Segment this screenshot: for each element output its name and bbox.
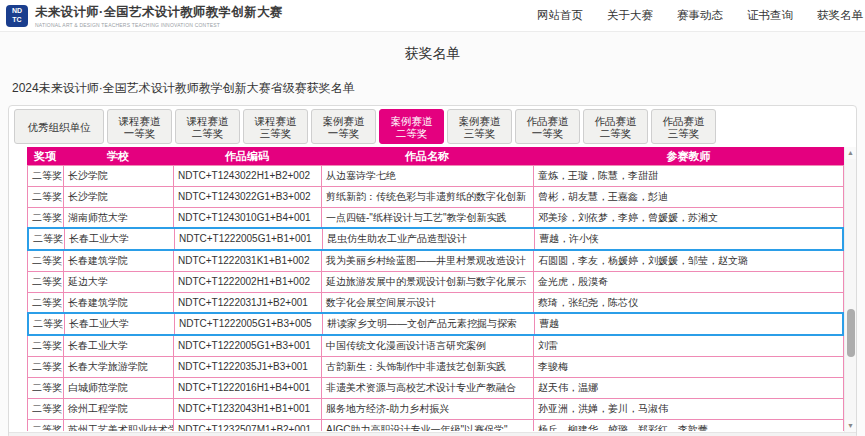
tab-label-line1: 作品赛道 <box>595 115 637 127</box>
tab-label-line1: 作品赛道 <box>527 115 569 127</box>
tab-label-line2: 一等奖 <box>328 127 360 139</box>
column-header: 奖项 <box>27 149 63 164</box>
table-row[interactable]: 二等奖湖南师范大学NDTC+T1243010G1+B4+001一点四链-"纸样设… <box>27 207 844 229</box>
tab-作品赛道一等奖[interactable]: 作品赛道一等奖 <box>515 109 580 144</box>
table-row-highlighted[interactable]: 二等奖长春工业大学NDTC+T1222005G1+B3+005耕读家乡文明——文… <box>27 312 844 336</box>
code-cell: NDTC+T1222031K1+B1+002 <box>174 251 322 271</box>
title-cell: 剪纸新韵：传统色彩与非遗剪纸的数字化创新 <box>322 187 534 207</box>
award-cell: 二等奖 <box>28 378 64 398</box>
teachers-cell: 曹越 <box>535 314 842 334</box>
horizontal-scrollbar[interactable] <box>9 432 856 436</box>
teachers-cell: 童炼，王璇，陈慧，李甜甜 <box>534 166 843 186</box>
award-cell: 二等奖 <box>28 166 64 186</box>
table-row[interactable]: 二等奖延边大学NDTC+T1222002H1+B1+002延边旅游发展中的景观设… <box>27 271 844 293</box>
school-cell: 徐州工程学院 <box>64 399 174 419</box>
code-cell: NDTC+T1232507M1+B2+001 <box>174 420 322 431</box>
school-cell: 长春工业大学 <box>65 314 175 334</box>
table-row[interactable]: 二等奖白城师范学院NDTC+T1222016H1+B4+001非遗美术资源与高校… <box>27 377 844 399</box>
ncda-logo-icon[interactable]: ND TC <box>6 5 28 27</box>
column-header: 作品名称 <box>321 149 533 164</box>
award-cell: 二等奖 <box>28 251 64 271</box>
table-body: 二等奖长沙学院NDTC+T1243022H1+B2+002从边塞诗学七绝童炼，王… <box>27 165 844 431</box>
tab-label-line1: 案例赛道 <box>391 115 433 127</box>
title-cell: 耕读家乡文明——文创产品元素挖掘与探索 <box>323 314 535 334</box>
table-row[interactable]: 二等奖徐州工程学院NDTC+T1232043H1+B1+001服务地方经济-助力… <box>27 398 844 420</box>
school-cell: 长春大学旅游学院 <box>64 357 174 377</box>
title-cell: 一点四链-"纸样设计与工艺"教学创新实践 <box>322 208 534 228</box>
tab-优秀组织单位[interactable]: 优秀组织单位 <box>14 109 104 144</box>
tab-label-line1: 课程赛道 <box>255 115 297 127</box>
award-cell: 二等奖 <box>28 187 64 207</box>
tab-课程赛道三等奖[interactable]: 课程赛道三等奖 <box>243 109 308 144</box>
brand-block: 未来设计师·全国艺术设计教师教学创新大赛 NATIONAL ART & DESI… <box>35 4 283 28</box>
school-cell: 长沙学院 <box>64 187 174 207</box>
awards-panel: 优秀组织单位课程赛道一等奖课程赛道二等奖课程赛道三等奖案例赛道一等奖案例赛道二等… <box>8 105 857 436</box>
title-cell: 昆虫仿生助农工业产品造型设计 <box>323 229 535 249</box>
page-title: 获奖名单 <box>0 45 865 63</box>
table-row-highlighted[interactable]: 二等奖长春工业大学NDTC+T1222005G1+B1+001昆虫仿生助农工业产… <box>27 227 844 251</box>
awards-list-subtitle: 2024未来设计师·全国艺术设计教师教学创新大赛省级赛获奖名单 <box>12 80 865 97</box>
nav-item[interactable]: 证书查询 <box>747 8 793 23</box>
title-cell: 非遗美术资源与高校艺术设计专业产教融合 <box>322 378 534 398</box>
code-cell: NDTC+T1222002H1+B1+002 <box>174 272 322 292</box>
nav-item[interactable]: 关于大赛 <box>607 8 653 23</box>
vertical-scrollbar[interactable]: ▲ ▼ <box>844 147 856 432</box>
tab-label-line2: 一等奖 <box>124 127 156 139</box>
teachers-cell: 杨丘，柳建华，姣璐，郑彩红，李歆蕾 <box>534 420 843 431</box>
tab-案例赛道三等奖[interactable]: 案例赛道三等奖 <box>447 109 512 144</box>
teachers-cell: 赵天伟，温娜 <box>534 378 843 398</box>
tab-label-line2: 二等奖 <box>192 127 224 139</box>
table-row[interactable]: 二等奖长春工业大学NDTC+T1222005G1+B3+001中国传统文化漫画设… <box>27 335 844 357</box>
tab-label-line2: 二等奖 <box>396 127 428 139</box>
tab-label-line1: 案例赛道 <box>323 115 365 127</box>
nav-item[interactable]: 网站首页 <box>537 8 583 23</box>
table-row[interactable]: 二等奖长沙学院NDTC+T1243022H1+B2+002从边塞诗学七绝童炼，王… <box>27 165 844 187</box>
school-cell: 延边大学 <box>64 272 174 292</box>
table-header-row: 奖项学校作品编码作品名称参赛教师 <box>27 147 844 165</box>
tab-课程赛道二等奖[interactable]: 课程赛道二等奖 <box>175 109 240 144</box>
teachers-cell: 曾彬，胡友慧，王嘉鑫，彭迪 <box>534 187 843 207</box>
table-row[interactable]: 二等奖苏州工艺美术职业技术学院NDTC+T1232507M1+B2+001AIG… <box>27 419 844 431</box>
title-cell: AIGC助力高职设计专业一年级"以赛促学" <box>322 420 534 431</box>
scrollbar-thumb[interactable] <box>847 309 855 357</box>
column-header: 参赛教师 <box>533 149 844 164</box>
scroll-up-icon[interactable]: ▲ <box>847 147 854 159</box>
school-cell: 湖南师范大学 <box>64 208 174 228</box>
tab-作品赛道三等奖[interactable]: 作品赛道三等奖 <box>651 109 716 144</box>
teachers-cell: 李骏梅 <box>534 357 843 377</box>
nav-item[interactable]: 获奖名单 <box>817 8 863 23</box>
code-cell: NDTC+T1222031J1+B2+001 <box>174 293 322 313</box>
table-row[interactable]: 二等奖长沙学院NDTC+T1243022G1+B3+002剪纸新韵：传统色彩与非… <box>27 186 844 208</box>
table-row[interactable]: 二等奖长春建筑学院NDTC+T1222031K1+B1+002我为美丽乡村绘蓝图… <box>27 250 844 272</box>
tab-label-line1: 课程赛道 <box>187 115 229 127</box>
awards-table-area: 奖项学校作品编码作品名称参赛教师 二等奖长沙学院NDTC+T1243022H1+… <box>27 147 856 432</box>
scroll-down-icon[interactable]: ▼ <box>847 420 854 432</box>
code-cell: NDTC+T1243022H1+B2+002 <box>174 166 322 186</box>
tab-作品赛道二等奖[interactable]: 作品赛道二等奖 <box>583 109 648 144</box>
table-row[interactable]: 二等奖长春大学旅游学院NDTC+T1222035J1+B3+001古韵新生：头饰… <box>27 356 844 378</box>
nav-item[interactable]: 赛事动态 <box>677 8 723 23</box>
code-cell: NDTC+T1222005G1+B1+001 <box>175 229 323 249</box>
award-cell: 二等奖 <box>28 272 64 292</box>
scrollbar-track[interactable] <box>845 159 856 420</box>
tab-课程赛道一等奖[interactable]: 课程赛道一等奖 <box>107 109 172 144</box>
code-cell: NDTC+T1222005G1+B3+001 <box>174 336 322 356</box>
tab-案例赛道二等奖[interactable]: 案例赛道二等奖 <box>379 109 444 144</box>
school-cell: 长春建筑学院 <box>64 251 174 271</box>
award-cell: 二等奖 <box>29 314 65 334</box>
tab-案例赛道一等奖[interactable]: 案例赛道一等奖 <box>311 109 376 144</box>
school-cell: 苏州工艺美术职业技术学院 <box>64 420 174 431</box>
school-cell: 白城师范学院 <box>64 378 174 398</box>
tab-label-line1: 作品赛道 <box>663 115 705 127</box>
teachers-cell: 孙亚洲，洪婵，姜川，马淑伟 <box>534 399 843 419</box>
brand-title: 未来设计师·全国艺术设计教师教学创新大赛 <box>35 4 283 21</box>
code-cell: NDTC+T1243022G1+B3+002 <box>174 187 322 207</box>
table-row[interactable]: 二等奖长春建筑学院NDTC+T1222031J1+B2+001数字化会展空间展示… <box>27 292 844 314</box>
award-cell: 二等奖 <box>28 336 64 356</box>
code-cell: NDTC+T1222016H1+B4+001 <box>174 378 322 398</box>
teachers-cell: 曹越，许小侠 <box>535 229 842 249</box>
title-cell: 中国传统文化漫画设计语言研究案例 <box>322 336 534 356</box>
brand-subtitle: NATIONAL ART & DESIGN TEACHERS TEACHING … <box>35 22 283 28</box>
logo-text-top: ND <box>12 7 22 15</box>
teachers-cell: 金光虎，殷漠奇 <box>534 272 843 292</box>
